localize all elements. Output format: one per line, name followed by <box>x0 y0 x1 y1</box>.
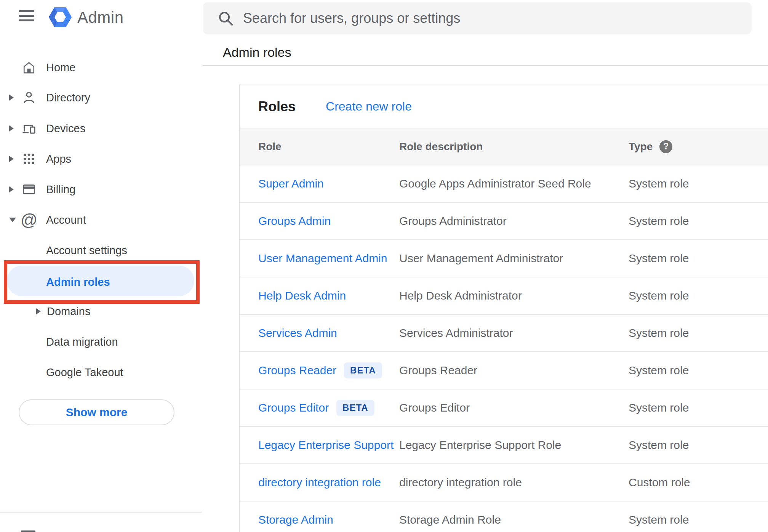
column-header-type: Type <box>629 141 653 153</box>
role-type: System role <box>629 513 689 526</box>
role-type: System role <box>629 215 689 228</box>
role-link[interactable]: Legacy Enterprise Support <box>258 439 394 452</box>
role-description: Groups Editor <box>399 401 470 414</box>
role-description: Groups Administrator <box>399 215 507 228</box>
table-row: Help Desk Admin Help Desk Administrator … <box>240 277 768 315</box>
role-description: Services Administrator <box>399 327 513 340</box>
role-link[interactable]: Help Desk Admin <box>258 289 346 302</box>
role-description: Groups Reader <box>399 364 477 377</box>
sidebar-item-label: Home <box>46 61 75 74</box>
role-description: Google Apps Administrator Seed Role <box>399 177 591 190</box>
show-more-button[interactable]: Show more <box>19 399 174 425</box>
role-link[interactable]: directory integration role <box>258 476 381 489</box>
role-type: System role <box>629 252 689 265</box>
person-icon <box>22 91 36 104</box>
role-type: System role <box>629 439 689 452</box>
role-description: Storage Admin Role <box>399 513 501 526</box>
clipped-bottom-icon <box>21 530 35 532</box>
sidebar-item-apps[interactable]: Apps <box>0 144 202 174</box>
column-header-description: Role description <box>399 141 483 153</box>
role-link[interactable]: Groups Editor <box>258 401 329 414</box>
sidebar-item-directory[interactable]: Directory <box>0 82 202 113</box>
sidebar-item-label: Account <box>46 214 86 226</box>
roles-card: Roles Create new role Role Role descript… <box>239 85 768 532</box>
table-row: User Management Admin User Management Ad… <box>240 240 768 277</box>
sidebar-item-account[interactable]: @ Account <box>0 205 202 235</box>
role-link[interactable]: Services Admin <box>258 327 337 340</box>
help-icon[interactable]: ? <box>659 140 672 153</box>
role-type: System role <box>629 401 689 414</box>
role-link[interactable]: Storage Admin <box>258 513 333 526</box>
sidebar-item-label: Billing <box>46 183 75 196</box>
sidebar-item-devices[interactable]: Devices <box>0 113 202 144</box>
breadcrumb: Admin roles <box>223 45 291 60</box>
credit-card-icon <box>22 183 36 196</box>
sidebar-item-label: Account settings <box>46 244 127 257</box>
expand-arrow-icon[interactable] <box>9 156 14 162</box>
google-admin-console: Admin Admin roles Home Directory <box>0 0 768 532</box>
sidebar-item-google-takeout[interactable]: Google Takeout <box>0 357 202 388</box>
expand-arrow-icon[interactable] <box>9 125 14 131</box>
expand-arrow-icon[interactable] <box>36 308 41 314</box>
roles-title: Roles <box>258 99 296 115</box>
role-link[interactable]: User Management Admin <box>258 252 387 265</box>
roles-table-body: Super Admin Google Apps Administrator Se… <box>240 165 768 532</box>
sidebar-item-label: Devices <box>46 122 85 135</box>
apps-grid-icon <box>22 152 36 166</box>
role-type: System role <box>629 177 689 190</box>
create-new-role-link[interactable]: Create new role <box>326 99 412 114</box>
table-row: Services Admin Services Administrator Sy… <box>240 315 768 352</box>
table-row: Super Admin Google Apps Administrator Se… <box>240 165 768 203</box>
google-admin-logo-icon <box>49 6 72 28</box>
sidebar-item-billing[interactable]: Billing <box>0 174 202 205</box>
sidebar-divider <box>0 512 202 513</box>
sidebar-item-home[interactable]: Home <box>0 52 202 83</box>
beta-badge: BETA <box>336 400 374 416</box>
table-row: Groups Reader BETA Groups Reader System … <box>240 352 768 389</box>
collapse-arrow-icon[interactable] <box>9 218 16 222</box>
sidebar-item-label: Directory <box>46 91 90 104</box>
role-link[interactable]: Groups Admin <box>258 215 331 228</box>
sidebar-item-label: Google Takeout <box>46 366 123 379</box>
role-description: directory integration role <box>399 476 522 489</box>
beta-badge: BETA <box>344 362 382 378</box>
table-row: Legacy Enterprise Support Legacy Enterpr… <box>240 427 768 464</box>
home-icon <box>22 61 36 74</box>
role-description: Legacy Enterprise Support Role <box>399 439 561 452</box>
show-more-label: Show more <box>66 406 128 419</box>
table-row: Groups Admin Groups Administrator System… <box>240 203 768 240</box>
sidebar-item-label: Domains <box>47 305 90 318</box>
roles-table-header: Role Role description Type ? <box>240 128 768 165</box>
expand-arrow-icon[interactable] <box>9 186 14 192</box>
sidebar-item-account-settings[interactable]: Account settings <box>0 235 202 266</box>
role-type: System role <box>629 364 689 377</box>
table-row: directory integration role directory int… <box>240 464 768 502</box>
role-type: System role <box>629 289 689 302</box>
search-bar[interactable] <box>203 2 752 34</box>
app-title: Admin <box>77 8 124 27</box>
role-description: User Management Administrator <box>399 252 563 265</box>
table-row: Groups Editor BETA Groups Editor System … <box>240 389 768 427</box>
role-link[interactable]: Super Admin <box>258 177 324 190</box>
role-link[interactable]: Groups Reader <box>258 364 336 377</box>
role-type: Custom role <box>629 476 690 489</box>
sidebar-item-label: Data migration <box>46 336 118 348</box>
breadcrumb-divider <box>203 65 768 66</box>
sidebar-item-domains[interactable]: Domains <box>0 296 202 327</box>
sidebar-item-data-migration[interactable]: Data migration <box>0 327 202 357</box>
at-sign-icon: @ <box>22 213 36 227</box>
devices-icon <box>22 122 36 135</box>
sidebar-item-label: Apps <box>46 153 71 165</box>
search-icon <box>217 10 234 27</box>
role-description: Help Desk Administrator <box>399 289 522 302</box>
hamburger-menu-icon[interactable] <box>19 10 34 22</box>
role-type: System role <box>629 327 689 340</box>
table-row: Storage Admin Storage Admin Role System … <box>240 502 768 532</box>
column-header-role: Role <box>258 141 282 153</box>
search-input[interactable] <box>242 10 740 27</box>
sidebar-item-admin-roles-label[interactable]: Admin roles <box>46 276 110 288</box>
expand-arrow-icon[interactable] <box>9 95 14 101</box>
